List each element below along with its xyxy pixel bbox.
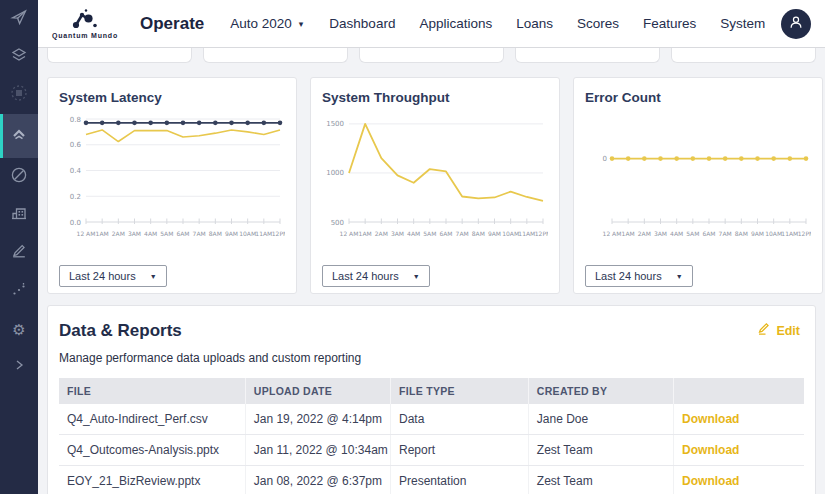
svg-text:6AM: 6AM: [702, 230, 715, 237]
svg-text:6AM: 6AM: [439, 230, 452, 237]
panel-subtitle: Manage performance data uploads and cust…: [59, 351, 804, 365]
line-chart: 5001000150012 AM1AM2AM3AM4AM5AM6AM7AM8AM…: [322, 111, 548, 261]
cell-file-type: Presentation: [391, 466, 529, 494]
pencil-icon: [10, 242, 28, 264]
svg-text:0.2: 0.2: [70, 193, 81, 201]
svg-text:7AM: 7AM: [456, 230, 469, 237]
main-content: System Latency 0.00.20.40.60.812 AM1AM2A…: [38, 48, 825, 494]
caret-down-icon: ▼: [676, 273, 683, 280]
svg-text:12 AM: 12 AM: [77, 230, 96, 237]
chart-title: System Throughput: [322, 90, 548, 105]
svg-text:8AM: 8AM: [735, 230, 748, 237]
svg-text:2AM: 2AM: [112, 230, 125, 237]
sidebar-item-send[interactable]: [0, 0, 38, 38]
svg-text:4AM: 4AM: [144, 230, 157, 237]
svg-text:9AM: 9AM: [225, 230, 238, 237]
chart-title: Error Count: [585, 90, 811, 105]
nav-item-system[interactable]: System: [720, 16, 765, 31]
sidebar-item-settings[interactable]: ⚙: [0, 310, 38, 348]
svg-text:1AM: 1AM: [359, 230, 372, 237]
summary-card: [203, 48, 348, 63]
svg-text:12 AM: 12 AM: [340, 230, 359, 237]
svg-text:4AM: 4AM: [407, 230, 420, 237]
process-icon: [10, 84, 28, 106]
nav-item-dashboard[interactable]: Dashboard: [329, 16, 395, 31]
sidebar-item-layers[interactable]: [0, 38, 38, 76]
svg-text:2AM: 2AM: [638, 230, 651, 237]
svg-text:1AM: 1AM: [96, 230, 109, 237]
svg-text:4AM: 4AM: [670, 230, 683, 237]
svg-text:500: 500: [331, 219, 344, 227]
chart-card: Error Count 012 AM1AM2AM3AM4AM5AM6AM7AM8…: [573, 77, 823, 294]
column-header: UPLOAD DATE: [245, 378, 390, 404]
nav-item-scores[interactable]: Scores: [577, 16, 619, 31]
svg-text:6AM: 6AM: [176, 230, 189, 237]
cell-upload-date: Jan 11, 2022 @ 10:34am: [245, 435, 390, 466]
svg-text:0.6: 0.6: [70, 141, 82, 149]
column-header: FILE TYPE: [391, 378, 529, 404]
time-range-dropdown[interactable]: Last 24 hours ▼: [585, 265, 693, 287]
brand-logo[interactable]: Quantum Mundo: [52, 8, 118, 39]
sidebar-item-monitoring-active[interactable]: [0, 114, 38, 158]
cell-file: Q4_Auto-Indirect_Perf.csv: [59, 404, 245, 435]
panel-title: Data & Reports: [59, 321, 804, 341]
sidebar-item-edit[interactable]: [0, 234, 38, 272]
time-range-dropdown[interactable]: Last 24 hours ▼: [59, 265, 167, 287]
person-icon: [787, 13, 805, 35]
edit-label: Edit: [776, 324, 800, 338]
molecule-logo-icon: [70, 8, 100, 31]
svg-text:11AM: 11AM: [518, 230, 535, 237]
user-avatar-button[interactable]: [781, 9, 811, 39]
edit-reports-button[interactable]: Edit: [757, 322, 800, 339]
download-link[interactable]: Download: [682, 443, 739, 457]
summary-card: [515, 48, 660, 63]
svg-text:0.0: 0.0: [70, 219, 81, 227]
org-grid-icon: [10, 204, 28, 226]
program-selector[interactable]: Auto 2020 ▾: [230, 16, 303, 31]
sidebar: ⚙: [0, 0, 38, 494]
time-range-dropdown[interactable]: Last 24 hours ▼: [322, 265, 430, 287]
svg-text:1AM: 1AM: [622, 230, 635, 237]
svg-text:3AM: 3AM: [128, 230, 141, 237]
download-link[interactable]: Download: [682, 412, 739, 426]
sidebar-item-metrics[interactable]: [0, 272, 38, 310]
sidebar-item-compass[interactable]: [0, 158, 38, 196]
column-header: CREATED BY: [528, 378, 673, 404]
top-navbar: Quantum Mundo Operate Auto 2020 ▾ Dashbo…: [38, 0, 825, 48]
caret-down-icon: ▼: [413, 273, 420, 280]
summary-cards-row: [38, 48, 825, 63]
time-range-label: Last 24 hours: [69, 270, 136, 282]
cell-file: Q4_Outcomes-Analysis.pptx: [59, 435, 245, 466]
svg-text:3AM: 3AM: [391, 230, 404, 237]
cell-file: EOY_21_BizReview.pptx: [59, 466, 245, 494]
svg-text:12 AM: 12 AM: [603, 230, 622, 237]
chart-title: System Latency: [59, 90, 285, 105]
svg-text:7AM: 7AM: [719, 230, 732, 237]
gear-icon: ⚙: [12, 322, 25, 337]
nav-item-loans[interactable]: Loans: [516, 16, 553, 31]
sidebar-item-processing[interactable]: [0, 76, 38, 114]
svg-text:9AM: 9AM: [751, 230, 764, 237]
svg-text:12PM: 12PM: [535, 230, 548, 237]
svg-text:8AM: 8AM: [209, 230, 222, 237]
peak-icon: [10, 125, 28, 147]
download-link[interactable]: Download: [682, 474, 739, 488]
sidebar-expand-button[interactable]: [0, 348, 38, 386]
table-row: Q4_Outcomes-Analysis.pptx Jan 11, 2022 @…: [59, 435, 804, 466]
cell-upload-date: Jan 19, 2022 @ 4:14pm: [245, 404, 390, 435]
nav-item-features[interactable]: Features: [643, 16, 696, 31]
cell-upload-date: Jan 08, 2022 @ 6:37pm: [245, 466, 390, 494]
table-row: EOY_21_BizReview.pptx Jan 08, 2022 @ 6:3…: [59, 466, 804, 494]
caret-down-icon: ▼: [150, 273, 157, 280]
nav-item-applications[interactable]: Applications: [419, 16, 492, 31]
column-header: [674, 378, 804, 404]
svg-text:9AM: 9AM: [488, 230, 501, 237]
svg-text:5AM: 5AM: [160, 230, 173, 237]
time-range-label: Last 24 hours: [332, 270, 399, 282]
chart-card: System Throughput 5001000150012 AM1AM2AM…: [310, 77, 560, 294]
table-header-row: FILEUPLOAD DATEFILE TYPECREATED BY: [59, 378, 804, 404]
compass-icon: [10, 166, 28, 188]
cell-file-type: Data: [391, 404, 529, 435]
sidebar-item-org[interactable]: [0, 196, 38, 234]
svg-text:1000: 1000: [326, 169, 344, 177]
